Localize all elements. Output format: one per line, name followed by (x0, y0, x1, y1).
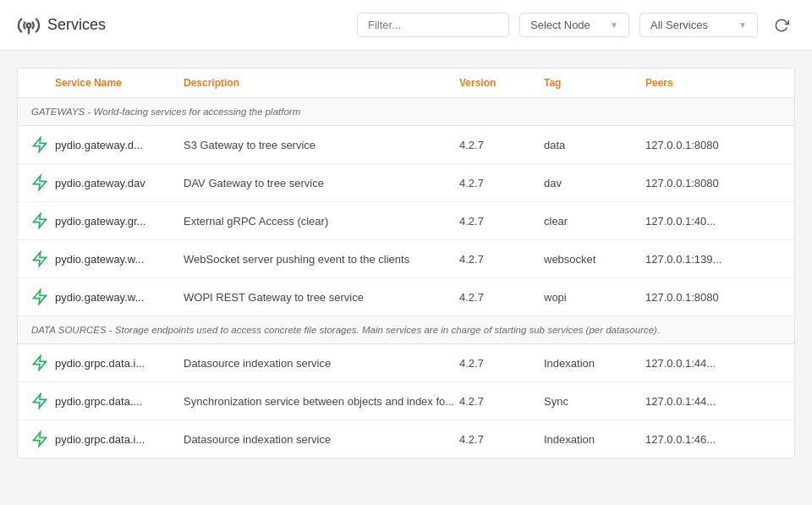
peers-cell: 127.0.0.1:44... (645, 357, 781, 370)
antenna-icon (17, 14, 41, 37)
svg-marker-9 (34, 432, 47, 447)
service-name-text: pydio.gateway.dav (55, 177, 145, 189)
chevron-down-icon: ▼ (738, 20, 747, 30)
services-table: Service Name Description Version Tag Pee… (17, 68, 795, 458)
tag-cell: Indexation (544, 357, 645, 370)
table-row[interactable]: pydio.gateway.w... WOPI REST Gateway to … (18, 278, 794, 316)
chevron-down-icon: ▼ (610, 20, 618, 30)
service-status-icon (31, 354, 48, 371)
col-service-name: Service Name (31, 77, 184, 89)
service-status-icon (31, 392, 48, 409)
description-cell: WOPI REST Gateway to tree service (184, 291, 459, 304)
peers-cell: 127.0.0.1:44... (645, 395, 781, 408)
peers-cell: 127.0.0.1:139... (645, 253, 781, 266)
table-header: Service Name Description Version Tag Pee… (18, 69, 794, 98)
service-status-icon (31, 431, 48, 447)
table-row[interactable]: pydio.grpc.data.i... Datasource indexati… (18, 344, 794, 382)
service-name-cell: pydio.gateway.w... (31, 288, 184, 305)
svg-marker-7 (34, 356, 47, 371)
service-name-text: pydio.grpc.data.... (55, 395, 142, 408)
service-status-icon (31, 288, 48, 305)
table-row[interactable]: pydio.gateway.d... S3 Gateway to tree se… (18, 126, 794, 164)
header: Services Select Node ▼ All Services ▼ (0, 0, 812, 51)
tag-cell: clear (544, 215, 645, 228)
service-name-cell: pydio.grpc.data.i... (31, 354, 184, 371)
service-name-cell: pydio.gateway.dav (31, 174, 184, 191)
refresh-icon (774, 18, 789, 33)
app-title: Services (47, 16, 106, 34)
col-version: Version (459, 77, 544, 89)
service-name-cell: pydio.grpc.data.i... (31, 431, 184, 447)
service-name-cell: pydio.gateway.gr... (31, 212, 184, 229)
col-peers: Peers (645, 77, 781, 89)
service-status-icon (31, 250, 48, 267)
service-status-icon (31, 212, 48, 229)
version-cell: 4.2.7 (459, 253, 544, 266)
service-status-icon (31, 174, 48, 191)
version-cell: 4.2.7 (459, 433, 544, 446)
service-name-cell: pydio.grpc.data.... (31, 392, 184, 409)
tag-cell: wopi (544, 291, 645, 304)
peers-cell: 127.0.0.1:40... (645, 215, 781, 228)
app-logo: Services (17, 14, 106, 37)
service-name-cell: pydio.gateway.d... (31, 136, 184, 153)
select-node-label: Select Node (530, 19, 590, 31)
svg-marker-6 (34, 290, 47, 305)
description-cell: Synchronization service between objects … (184, 395, 459, 408)
table-row[interactable]: pydio.gateway.w... WebSocket server push… (18, 240, 794, 278)
main-content: Service Name Description Version Tag Pee… (0, 51, 812, 475)
service-name-text: pydio.gateway.w... (55, 253, 144, 266)
section-label-0: GATEWAYS - World-facing services for acc… (18, 98, 794, 126)
service-name-text: pydio.gateway.d... (55, 139, 143, 151)
all-services-dropdown[interactable]: All Services ▼ (639, 13, 758, 37)
tag-cell: websocket (544, 253, 645, 266)
version-cell: 4.2.7 (459, 177, 544, 189)
service-name-text: pydio.grpc.data.i... (55, 433, 145, 446)
svg-marker-4 (34, 214, 47, 228)
service-name-cell: pydio.gateway.w... (31, 250, 184, 267)
version-cell: 4.2.7 (459, 395, 544, 408)
description-cell: External gRPC Access (clear) (184, 215, 459, 228)
description-cell: S3 Gateway to tree service (184, 139, 459, 151)
tag-cell: data (544, 139, 645, 151)
col-description: Description (184, 77, 459, 89)
description-cell: Datasource indexation service (184, 357, 459, 370)
table-body: GATEWAYS - World-facing services for acc… (18, 98, 794, 458)
col-tag: Tag (544, 77, 645, 89)
service-status-icon (31, 136, 48, 153)
description-cell: DAV Gateway to tree service (184, 177, 459, 189)
table-row[interactable]: pydio.gateway.dav DAV Gateway to tree se… (18, 164, 794, 202)
svg-marker-8 (34, 394, 47, 409)
filter-input[interactable] (357, 13, 509, 37)
tag-cell: dav (544, 177, 645, 189)
version-cell: 4.2.7 (459, 139, 544, 151)
description-cell: WebSocket server pushing event to the cl… (184, 253, 459, 266)
svg-marker-3 (34, 176, 47, 190)
service-name-text: pydio.gateway.w... (55, 291, 144, 304)
version-cell: 4.2.7 (459, 357, 544, 370)
peers-cell: 127.0.0.1:8080 (645, 291, 781, 304)
table-row[interactable]: pydio.grpc.data.i... Datasource indexati… (18, 420, 794, 458)
select-node-dropdown[interactable]: Select Node ▼ (519, 13, 629, 37)
svg-marker-5 (34, 252, 47, 266)
peers-cell: 127.0.0.1:8080 (645, 177, 781, 189)
service-name-text: pydio.gateway.gr... (55, 215, 145, 228)
table-row[interactable]: pydio.grpc.data.... Synchronization serv… (18, 382, 794, 420)
svg-point-0 (27, 23, 31, 27)
peers-cell: 127.0.0.1:46... (645, 433, 781, 446)
peers-cell: 127.0.0.1:8080 (645, 139, 781, 151)
tag-cell: Indexation (544, 433, 645, 446)
refresh-button[interactable] (768, 12, 795, 39)
tag-cell: Sync (544, 395, 645, 408)
version-cell: 4.2.7 (459, 291, 544, 304)
all-services-label: All Services (650, 19, 708, 31)
section-label-1: DATA SOURCES - Storage endpoints used to… (18, 316, 794, 344)
version-cell: 4.2.7 (459, 215, 544, 228)
service-name-text: pydio.grpc.data.i... (55, 357, 145, 370)
svg-marker-2 (34, 138, 47, 152)
description-cell: Datasource indexation service (184, 433, 459, 446)
table-row[interactable]: pydio.gateway.gr... External gRPC Access… (18, 202, 794, 240)
